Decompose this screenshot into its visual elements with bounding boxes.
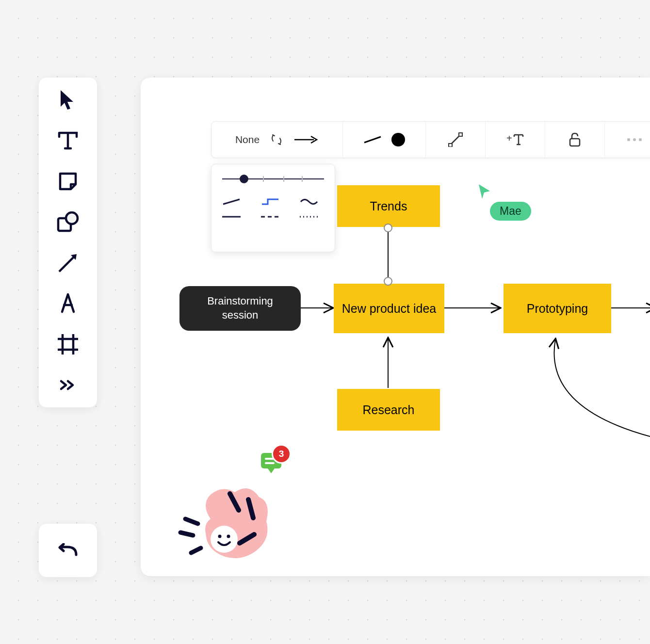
swap-icon xyxy=(270,133,283,146)
line-dashed-option[interactable] xyxy=(261,216,279,218)
collaborator-name: Mae xyxy=(490,202,531,221)
transform-button[interactable] xyxy=(426,122,486,158)
svg-point-34 xyxy=(227,535,230,538)
line-step-option[interactable] xyxy=(261,197,279,206)
line-style-button[interactable] xyxy=(343,122,426,158)
pen-tool[interactable] xyxy=(54,290,81,317)
arrow-start-label: None xyxy=(235,134,260,145)
svg-point-15 xyxy=(633,138,636,141)
cursor-icon xyxy=(477,183,492,200)
svg-point-16 xyxy=(639,138,642,141)
svg-rect-10 xyxy=(449,144,452,147)
connector-handle[interactable] xyxy=(384,224,392,232)
svg-point-32 xyxy=(211,526,238,553)
collaborator-cursor: Mae xyxy=(477,183,531,221)
unlock-icon xyxy=(569,132,581,147)
svg-line-17 xyxy=(223,199,240,204)
transform-icon xyxy=(448,132,463,147)
svg-rect-11 xyxy=(459,133,462,136)
more-options-button[interactable] xyxy=(605,122,650,158)
node-brainstorming[interactable]: Brainstorming session xyxy=(179,286,301,331)
svg-rect-13 xyxy=(570,139,580,146)
line-weight-slider[interactable] xyxy=(222,174,324,184)
ok-hand-sticker[interactable] xyxy=(177,475,274,567)
svg-line-31 xyxy=(191,548,201,553)
svg-line-2 xyxy=(59,256,75,272)
connector-tool[interactable] xyxy=(54,249,81,276)
line-solid-option[interactable] xyxy=(222,216,241,218)
line-style-popup xyxy=(211,164,335,252)
whiteboard-canvas[interactable]: None + xyxy=(141,78,650,576)
add-text-icon: + xyxy=(506,133,524,146)
svg-point-33 xyxy=(218,535,222,538)
svg-point-1 xyxy=(66,212,78,224)
svg-text:+: + xyxy=(506,133,512,144)
undo-button[interactable] xyxy=(39,524,97,577)
svg-point-14 xyxy=(627,138,630,141)
line-dotted-option[interactable] xyxy=(300,216,318,218)
select-tool[interactable] xyxy=(54,86,81,113)
comment-indicator[interactable]: 3 xyxy=(259,451,283,474)
node-trends[interactable]: Trends xyxy=(337,185,440,227)
context-toolbar: None + xyxy=(211,121,650,158)
frame-tool[interactable] xyxy=(54,331,81,358)
line-straight-option[interactable] xyxy=(222,197,241,206)
ellipsis-icon xyxy=(626,138,643,142)
line-icon xyxy=(363,135,382,145)
svg-line-8 xyxy=(364,137,381,143)
text-tool[interactable] xyxy=(54,127,81,154)
lock-button[interactable] xyxy=(545,122,605,158)
node-prototyping[interactable]: Prototyping xyxy=(504,284,611,333)
shape-tool[interactable] xyxy=(54,209,81,236)
svg-line-30 xyxy=(185,519,198,524)
node-research[interactable]: Research xyxy=(337,389,440,431)
more-tools[interactable] xyxy=(54,371,81,399)
arrow-endcaps-button[interactable]: None xyxy=(211,122,343,158)
arrow-end-icon xyxy=(293,135,319,145)
line-curve-option[interactable] xyxy=(300,197,318,206)
comment-count: 3 xyxy=(272,444,291,464)
sticky-tool[interactable] xyxy=(54,168,81,195)
side-toolbar xyxy=(39,78,97,407)
node-new-idea[interactable]: New product idea xyxy=(334,284,444,333)
color-dot-icon xyxy=(391,133,405,146)
connector-handle[interactable] xyxy=(384,277,392,286)
add-text-button[interactable]: + xyxy=(486,122,545,158)
svg-line-29 xyxy=(180,532,193,535)
